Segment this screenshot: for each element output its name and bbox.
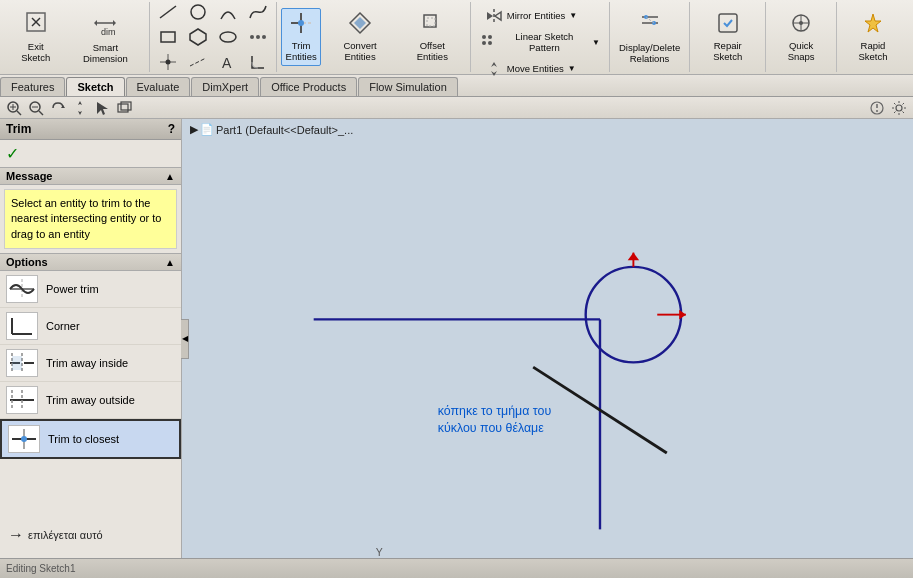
callout-area: → επιλέγεται αυτό bbox=[8, 526, 103, 544]
message-box: Select an entity to trim to the nearest … bbox=[4, 189, 177, 249]
options-collapse-icon[interactable]: ▲ bbox=[165, 257, 175, 268]
move-entities-button[interactable]: Move Entities ▼ bbox=[480, 57, 600, 81]
view-rotate-button[interactable] bbox=[48, 99, 68, 117]
tab-evaluate[interactable]: Evaluate bbox=[126, 77, 191, 96]
svg-marker-10 bbox=[190, 29, 206, 45]
exit-sketch-button[interactable]: Exit Sketch bbox=[8, 7, 64, 66]
svg-marker-25 bbox=[354, 17, 366, 29]
view-options-button[interactable] bbox=[867, 99, 887, 117]
tab-sketch[interactable]: Sketch bbox=[66, 77, 124, 96]
settings-button[interactable] bbox=[889, 99, 909, 117]
quick-snaps-icon bbox=[789, 11, 813, 39]
svg-rect-56 bbox=[121, 102, 131, 110]
toolbar-group-repair: Repair Sketch bbox=[690, 2, 766, 72]
main-toolbar: Exit Sketch dim Smart Dimension bbox=[0, 0, 913, 75]
trim-entities-button[interactable]: TrimEntities bbox=[281, 8, 321, 66]
view-zoom-in-button[interactable] bbox=[4, 99, 24, 117]
svg-marker-44 bbox=[865, 14, 881, 32]
tab-dimxpert[interactable]: DimXpert bbox=[191, 77, 259, 96]
toolbar-group-snaps: Quick Snaps bbox=[766, 2, 837, 72]
panel-title-text: Trim bbox=[6, 122, 31, 136]
tab-flow-simulation[interactable]: Flow Simulation bbox=[358, 77, 458, 96]
sketch-canvas[interactable]: κόπηκε το τμήμα του κύκλου που θέλαμε Y bbox=[182, 119, 913, 558]
display-delete-relations-button[interactable]: Display/DeleteRelations bbox=[614, 6, 685, 68]
svg-line-65 bbox=[894, 103, 896, 105]
svg-point-31 bbox=[482, 41, 486, 45]
corner-label: Corner bbox=[46, 320, 80, 332]
spline-button[interactable] bbox=[244, 0, 272, 24]
svg-marker-52 bbox=[61, 105, 65, 108]
svg-marker-33 bbox=[491, 62, 497, 76]
convert-entities-label: Convert Entities bbox=[328, 40, 392, 63]
draw-shapes: A bbox=[154, 0, 272, 74]
repair-sketch-icon bbox=[716, 11, 740, 39]
panel-help-button[interactable]: ? bbox=[168, 122, 175, 136]
smart-dimension-button[interactable]: dim Smart Dimension bbox=[66, 6, 146, 68]
move-entities-label: Move Entities bbox=[507, 63, 564, 74]
svg-rect-55 bbox=[118, 104, 128, 112]
rapid-sketch-button[interactable]: Rapid Sketch bbox=[841, 8, 905, 66]
select-button[interactable] bbox=[92, 99, 112, 117]
text-button[interactable]: A bbox=[214, 50, 242, 74]
message-collapse-icon[interactable]: ▲ bbox=[165, 171, 175, 182]
tab-features[interactable]: Features bbox=[0, 77, 65, 96]
option-trim-away-inside[interactable]: Trim away inside bbox=[0, 345, 181, 382]
svg-marker-5 bbox=[113, 20, 116, 26]
repair-sketch-button[interactable]: Repair Sketch bbox=[694, 8, 761, 66]
centerline-button[interactable] bbox=[184, 50, 212, 74]
svg-point-11 bbox=[220, 32, 236, 42]
message-text: Select an entity to trim to the nearest … bbox=[11, 197, 161, 240]
svg-point-13 bbox=[256, 35, 260, 39]
linear-sketch-pattern-label: Linear Sketch Pattern bbox=[501, 31, 588, 54]
power-trim-icon bbox=[6, 275, 38, 303]
ellipse-button[interactable] bbox=[214, 25, 242, 49]
line-button[interactable] bbox=[154, 0, 182, 24]
draw-row3: A bbox=[154, 50, 272, 74]
corner-icon bbox=[6, 312, 38, 340]
repair-sketch-label: Repair Sketch bbox=[699, 40, 756, 63]
option-power-trim[interactable]: Power trim bbox=[0, 271, 181, 308]
fillet-button[interactable] bbox=[244, 50, 272, 74]
red-tick-head bbox=[628, 253, 639, 261]
tab-office-products[interactable]: Office Products bbox=[260, 77, 357, 96]
mirror-entities-button[interactable]: Mirror Entities ▼ bbox=[480, 4, 600, 28]
trim-away-inside-label: Trim away inside bbox=[46, 357, 128, 369]
trim-entities-icon bbox=[289, 11, 313, 39]
offset-entities-button[interactable]: Offset Entities bbox=[399, 8, 465, 66]
rectangle-button[interactable] bbox=[154, 25, 182, 49]
quick-snaps-label: Quick Snaps bbox=[775, 40, 827, 63]
svg-line-18 bbox=[190, 58, 206, 66]
convert-entities-icon bbox=[348, 11, 372, 39]
toolbar-group-mirror: Mirror Entities ▼ Linear Sketch Pattern … bbox=[471, 2, 610, 72]
panel-collapse-handle[interactable]: ◀ bbox=[181, 319, 189, 359]
display-delete-relations-label: Display/DeleteRelations bbox=[619, 42, 680, 65]
view-pan-button[interactable] bbox=[70, 99, 90, 117]
trim-entities-label: TrimEntities bbox=[286, 40, 317, 63]
trim-away-outside-label: Trim away outside bbox=[46, 394, 135, 406]
view-3d-button[interactable] bbox=[114, 99, 134, 117]
arc-button[interactable] bbox=[214, 0, 242, 24]
canvas-area[interactable]: ▶ 📄 Part1 (Default<<Default>_... κόπηκε … bbox=[182, 119, 913, 558]
quick-snaps-button[interactable]: Quick Snaps bbox=[770, 8, 832, 66]
options-section-label: Options bbox=[6, 256, 48, 268]
view-zoom-out-button[interactable] bbox=[26, 99, 46, 117]
tab-bar: Features Sketch Evaluate DimXpert Office… bbox=[0, 75, 913, 97]
point-button[interactable] bbox=[154, 50, 182, 74]
toolbar-group-display: Display/DeleteRelations bbox=[610, 2, 690, 72]
option-trim-away-outside[interactable]: Trim away outside bbox=[0, 382, 181, 419]
circle-button[interactable] bbox=[184, 0, 212, 24]
svg-point-32 bbox=[488, 41, 492, 45]
option-trim-to-closest[interactable]: Trim to closest bbox=[0, 419, 181, 459]
more-shapes-button[interactable] bbox=[244, 25, 272, 49]
option-corner[interactable]: Corner bbox=[0, 308, 181, 345]
confirm-checkmark[interactable]: ✓ bbox=[6, 144, 175, 163]
svg-rect-9 bbox=[161, 32, 175, 42]
trim-to-closest-label: Trim to closest bbox=[48, 433, 119, 445]
options-section-header[interactable]: Options ▲ bbox=[0, 253, 181, 271]
svg-point-8 bbox=[191, 5, 205, 19]
linear-sketch-pattern-button[interactable]: Linear Sketch Pattern ▼ bbox=[475, 28, 605, 57]
svg-rect-77 bbox=[12, 356, 22, 370]
message-section-header[interactable]: Message ▲ bbox=[0, 167, 181, 185]
polygon-button[interactable] bbox=[184, 25, 212, 49]
convert-entities-button[interactable]: Convert Entities bbox=[323, 8, 397, 66]
